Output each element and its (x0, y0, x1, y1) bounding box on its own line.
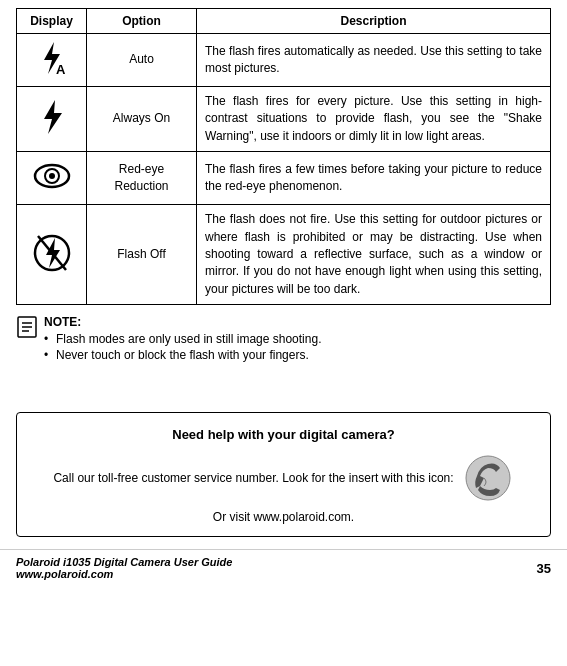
col-header-description: Description (197, 9, 551, 34)
table-row: Always On The flash fires for every pict… (17, 87, 551, 152)
page-number: 35 (537, 561, 551, 576)
footer-left: Polaroid i1035 Digital Camera User Guide… (16, 556, 232, 580)
footer-url: www.polaroid.com (16, 568, 232, 580)
svg-point-5 (49, 173, 55, 179)
desc-always-on: The flash fires for every picture. Use t… (197, 87, 551, 152)
option-always-on: Always On (87, 87, 197, 152)
option-flash-off: Flash Off (87, 205, 197, 305)
col-header-display: Display (17, 9, 87, 34)
col-header-option: Option (87, 9, 197, 34)
note-bullet-1: Flash modes are only used in still image… (44, 332, 551, 346)
display-icon-flash-off (17, 205, 87, 305)
desc-auto: The flash fires automatically as needed.… (197, 34, 551, 87)
page-footer: Polaroid i1035 Digital Camera User Guide… (0, 549, 567, 586)
note-content: NOTE: Flash modes are only used in still… (44, 315, 551, 364)
help-box-body: Call our toll-free customer service numb… (33, 452, 534, 504)
phone-icon (462, 452, 514, 504)
table-row: Flash Off The flash does not fire. Use t… (17, 205, 551, 305)
note-bullet-2: Never touch or block the flash with your… (44, 348, 551, 362)
flash-modes-table: Display Option Description A Auto The fl… (16, 8, 551, 305)
table-row: Red-eye Reduction The flash fires a few … (17, 152, 551, 205)
option-auto: Auto (87, 34, 197, 87)
display-icon-always-on (17, 87, 87, 152)
svg-marker-2 (44, 100, 62, 134)
note-list: Flash modes are only used in still image… (44, 332, 551, 362)
option-redeye: Red-eye Reduction (87, 152, 197, 205)
note-section: NOTE: Flash modes are only used in still… (16, 315, 551, 364)
table-row: A Auto The flash fires automatically as … (17, 34, 551, 87)
svg-text:A: A (56, 62, 66, 76)
help-box-title: Need help with your digital camera? (33, 427, 534, 442)
help-box-body-text: Call our toll-free customer service numb… (53, 471, 453, 485)
help-box-footer: Or visit www.polaroid.com. (33, 510, 534, 524)
display-icon-redeye (17, 152, 87, 205)
footer-title: Polaroid i1035 Digital Camera User Guide (16, 556, 232, 568)
note-icon (16, 316, 38, 343)
desc-redeye: The flash fires a few times before takin… (197, 152, 551, 205)
help-box: Need help with your digital camera? Call… (16, 412, 551, 537)
display-icon-auto: A (17, 34, 87, 87)
desc-flash-off: The flash does not fire. Use this settin… (197, 205, 551, 305)
svg-line-8 (38, 236, 66, 270)
note-title: NOTE: (44, 315, 551, 329)
